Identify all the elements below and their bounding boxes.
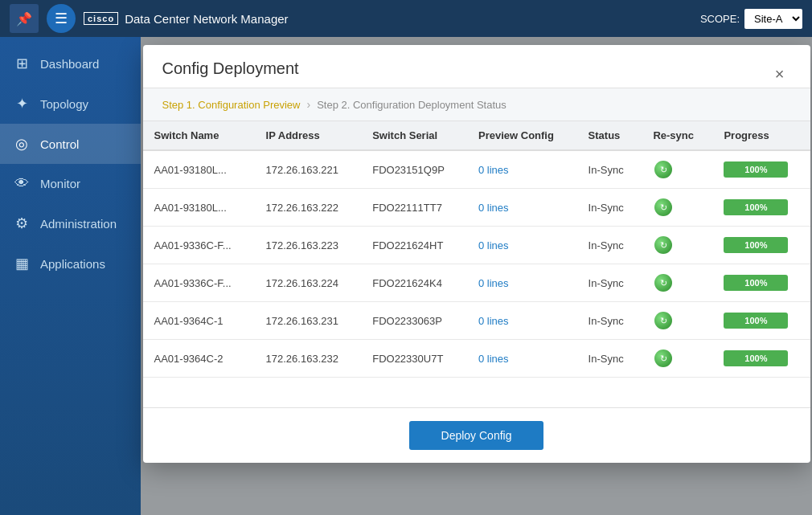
topbar: 📌 ☰ cisco Data Center Network Manager SC… xyxy=(0,0,812,37)
cell-ip-address: 172.26.163.221 xyxy=(255,150,362,189)
cell-status: In-Sync xyxy=(577,264,642,302)
cell-preview-config[interactable]: 0 lines xyxy=(467,189,577,227)
col-switch-name: Switch Name xyxy=(143,121,255,150)
control-icon: ◎ xyxy=(13,135,31,153)
cell-preview-config[interactable]: 0 lines xyxy=(467,302,577,340)
table-row: AA01-9336C-F... 172.26.163.223 FDO221624… xyxy=(143,227,810,264)
scope-selector: SCOPE: Site-A xyxy=(700,9,802,29)
app-logo: cisco Data Center Network Manager xyxy=(84,12,289,26)
progress-bar: 100% xyxy=(724,313,788,329)
cisco-logo-text: cisco xyxy=(84,12,118,25)
sidebar-item-dashboard[interactable]: ⊞ Dashboard xyxy=(0,43,141,84)
resync-circle-icon: ↻ xyxy=(654,274,672,292)
main-layout: ⊞ Dashboard ✦ Topology ◎ Control 👁 Monit… xyxy=(0,37,812,515)
progress-value: 100% xyxy=(744,354,767,363)
config-table-container: Switch Name IP Address Switch Serial Pre… xyxy=(143,121,810,407)
scope-dropdown[interactable]: Site-A xyxy=(744,9,802,29)
cell-resync[interactable]: ↻ xyxy=(642,150,712,189)
pin-icon[interactable]: 📌 xyxy=(10,4,39,33)
menu-icon[interactable]: ☰ xyxy=(47,4,76,33)
sidebar-item-monitor[interactable]: 👁 Monitor xyxy=(0,164,141,203)
modal-title: Config Deployment xyxy=(162,59,299,88)
content-area: Config Deployment × Step 1. Configuratio… xyxy=(141,37,812,515)
resync-icon: ↻ xyxy=(653,235,674,255)
cell-switch-name: AA01-93180L... xyxy=(143,189,255,227)
applications-icon: ▦ xyxy=(13,255,31,272)
cell-resync[interactable]: ↻ xyxy=(642,264,712,302)
cell-resync[interactable]: ↻ xyxy=(642,227,712,264)
cell-switch-name: AA01-9336C-F... xyxy=(143,264,255,302)
sidebar-item-label: Applications xyxy=(40,257,105,271)
monitor-icon: 👁 xyxy=(13,175,31,192)
cell-preview-config[interactable]: 0 lines xyxy=(467,340,577,378)
sidebar-item-control[interactable]: ◎ Control xyxy=(0,124,141,164)
cell-progress: 100% xyxy=(712,150,810,189)
config-deployment-modal: Config Deployment × Step 1. Configuratio… xyxy=(143,45,810,463)
cell-status: In-Sync xyxy=(577,340,642,378)
progress-bar: 100% xyxy=(724,161,788,178)
cell-preview-config[interactable]: 0 lines xyxy=(467,227,577,264)
cell-resync[interactable]: ↻ xyxy=(642,302,712,340)
resync-icon: ↻ xyxy=(653,348,674,369)
cell-status: In-Sync xyxy=(577,302,642,340)
cell-progress: 100% xyxy=(712,227,810,264)
table-row: AA01-9336C-F... 172.26.163.224 FDO221624… xyxy=(143,264,810,302)
cell-resync[interactable]: ↻ xyxy=(642,189,712,227)
col-status: Status xyxy=(577,121,642,150)
sidebar-item-label: Topology xyxy=(40,97,88,111)
cell-switch-serial: FDO2233063P xyxy=(361,302,467,340)
cell-switch-name: AA01-93180L... xyxy=(143,150,255,189)
sidebar-item-label: Dashboard xyxy=(40,57,99,71)
sidebar-item-label: Monitor xyxy=(40,177,80,190)
progress-value: 100% xyxy=(744,316,767,325)
steps-bar: Step 1. Configuration Preview › Step 2. … xyxy=(143,88,810,121)
resync-icon: ↻ xyxy=(653,310,674,331)
sidebar-item-administration[interactable]: ⚙ Administration xyxy=(0,203,141,243)
cell-ip-address: 172.26.163.231 xyxy=(255,302,362,340)
sidebar-item-applications[interactable]: ▦ Applications xyxy=(0,243,141,284)
cell-status: In-Sync xyxy=(577,227,642,264)
close-button[interactable]: × xyxy=(769,63,791,85)
modal-header: Config Deployment × xyxy=(143,45,810,88)
col-progress: Progress xyxy=(712,121,810,150)
table-row: AA01-9364C-1 172.26.163.231 FDO2233063P … xyxy=(143,302,810,340)
modal-footer: Deploy Config xyxy=(143,407,810,463)
cell-preview-config[interactable]: 0 lines xyxy=(467,264,577,302)
step1-label[interactable]: Step 1. Configuration Preview xyxy=(162,99,301,111)
resync-circle-icon: ↻ xyxy=(654,161,672,178)
cell-ip-address: 172.26.163.224 xyxy=(255,264,362,302)
cell-ip-address: 172.26.163.222 xyxy=(255,189,362,227)
scope-label: SCOPE: xyxy=(700,13,740,25)
cell-ip-address: 172.26.163.223 xyxy=(255,227,362,264)
resync-circle-icon: ↻ xyxy=(654,349,672,367)
cell-progress: 100% xyxy=(712,340,810,378)
table-row: AA01-9364C-2 172.26.163.232 FDO22330U7T … xyxy=(143,340,810,378)
cell-progress: 100% xyxy=(712,264,810,302)
progress-value: 100% xyxy=(744,165,767,174)
cell-status: In-Sync xyxy=(577,150,642,189)
dashboard-icon: ⊞ xyxy=(13,55,31,72)
resync-circle-icon: ↻ xyxy=(654,236,672,254)
cell-progress: 100% xyxy=(712,189,810,227)
col-ip-address: IP Address xyxy=(255,121,362,150)
cell-resync[interactable]: ↻ xyxy=(642,340,712,378)
admin-icon: ⚙ xyxy=(13,215,31,232)
table-header-row: Switch Name IP Address Switch Serial Pre… xyxy=(143,121,810,150)
cell-preview-config[interactable]: 0 lines xyxy=(467,150,577,189)
resync-icon: ↻ xyxy=(653,159,674,180)
sidebar-item-topology[interactable]: ✦ Topology xyxy=(0,84,141,124)
progress-bar: 100% xyxy=(724,237,788,253)
deploy-config-button[interactable]: Deploy Config xyxy=(409,421,544,450)
progress-value: 100% xyxy=(744,202,767,212)
cell-switch-serial: FDO221624K4 xyxy=(361,264,467,302)
cell-switch-name: AA01-9364C-1 xyxy=(143,302,255,340)
app-title: Data Center Network Manager xyxy=(125,12,288,26)
progress-value: 100% xyxy=(744,240,767,250)
table-row: AA01-93180L... 172.26.163.222 FDO22111TT… xyxy=(143,189,810,227)
step-chevron-icon: › xyxy=(306,98,310,111)
cell-switch-serial: FDO22330U7T xyxy=(361,340,467,378)
step2-label[interactable]: Step 2. Configuration Deployment Status xyxy=(317,99,506,111)
table-row: AA01-93180L... 172.26.163.221 FDO23151Q9… xyxy=(143,150,810,189)
cell-status: In-Sync xyxy=(577,189,642,227)
cell-switch-serial: FDO23151Q9P xyxy=(361,150,467,189)
